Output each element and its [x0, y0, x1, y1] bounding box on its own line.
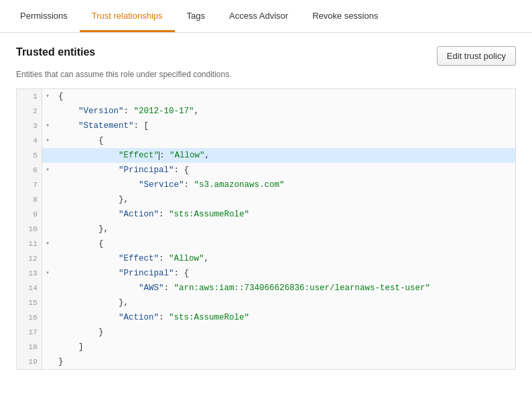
line-toggle-12 [42, 251, 53, 266]
line-toggle-19 [42, 354, 53, 369]
line-toggle-17 [42, 325, 53, 340]
line-toggle-11[interactable]: ▾ [42, 237, 53, 251]
code-line-2[interactable]: 2 "Version": "2012-10-17", [17, 104, 515, 119]
line-toggle-13[interactable]: ▾ [42, 266, 53, 281]
line-content-10: }, [53, 222, 515, 237]
line-number-7: 7 [17, 178, 42, 192]
tab-trust-relationships[interactable]: Trust relationships [80, 0, 175, 32]
line-toggle-2 [42, 104, 53, 119]
panel-header: Trusted entities Edit trust policy [16, 46, 516, 66]
code-line-1[interactable]: 1▾{ [17, 89, 515, 104]
tab-permissions[interactable]: Permissions [8, 0, 80, 32]
line-number-3: 3 [17, 119, 42, 133]
line-number-8: 8 [17, 192, 42, 207]
line-content-5: "Effect": "Allow", [53, 148, 515, 163]
code-line-13[interactable]: 13▾ "Principal": { [17, 266, 515, 281]
line-content-9: "Action": "sts:AssumeRole" [53, 207, 515, 222]
line-content-15: }, [53, 295, 515, 310]
line-number-17: 17 [17, 325, 42, 340]
line-toggle-18 [42, 340, 53, 354]
line-number-13: 13 [17, 266, 42, 281]
line-number-16: 16 [17, 310, 42, 325]
line-number-11: 11 [17, 237, 42, 251]
code-line-14[interactable]: 14 "AWS": "arn:aws:iam::734066626836:use… [17, 281, 515, 295]
line-toggle-15 [42, 295, 53, 310]
code-line-17[interactable]: 17 } [17, 325, 515, 340]
line-content-12: "Effect": "Allow", [53, 251, 515, 266]
line-number-1: 1 [17, 89, 42, 104]
line-number-18: 18 [17, 340, 42, 354]
line-toggle-1[interactable]: ▾ [42, 89, 53, 104]
code-line-5[interactable]: 5 "Effect": "Allow", [17, 148, 515, 163]
line-content-16: "Action": "sts:AssumeRole" [53, 310, 515, 325]
edit-trust-policy-button[interactable]: Edit trust policy [437, 46, 516, 66]
line-content-11: { [53, 237, 515, 251]
line-toggle-3[interactable]: ▾ [42, 119, 53, 133]
code-line-6[interactable]: 6▾ "Principal": { [17, 163, 515, 178]
line-content-8: }, [53, 192, 515, 207]
line-toggle-8 [42, 192, 53, 207]
panel-description: Entities that can assume this role under… [16, 70, 516, 79]
line-content-2: "Version": "2012-10-17", [53, 104, 515, 119]
code-line-19[interactable]: 19} [17, 354, 515, 369]
code-line-16[interactable]: 16 "Action": "sts:AssumeRole" [17, 310, 515, 325]
code-line-9[interactable]: 9 "Action": "sts:AssumeRole" [17, 207, 515, 222]
code-line-7[interactable]: 7 "Service": "s3.amazonaws.com" [17, 178, 515, 192]
line-content-18: ] [53, 340, 515, 354]
line-toggle-9 [42, 207, 53, 222]
line-number-2: 2 [17, 104, 42, 119]
line-number-6: 6 [17, 163, 42, 178]
line-number-19: 19 [17, 354, 42, 369]
code-line-3[interactable]: 3▾ "Statement": [ [17, 119, 515, 133]
tabs-bar: Permissions Trust relationships Tags Acc… [0, 0, 532, 33]
tab-tags[interactable]: Tags [175, 0, 217, 32]
line-toggle-7 [42, 178, 53, 192]
code-line-10[interactable]: 10 }, [17, 222, 515, 237]
text-cursor [159, 151, 159, 160]
line-number-5: 5 [17, 148, 42, 163]
code-line-12[interactable]: 12 "Effect": "Allow", [17, 251, 515, 266]
line-number-10: 10 [17, 222, 42, 237]
panel-title-group: Trusted entities [16, 46, 95, 58]
code-line-15[interactable]: 15 }, [17, 295, 515, 310]
line-content-3: "Statement": [ [53, 119, 515, 133]
line-content-13: "Principal": { [53, 266, 515, 281]
panel-title: Trusted entities [16, 46, 95, 58]
line-number-4: 4 [17, 133, 42, 148]
line-content-6: "Principal": { [53, 163, 515, 178]
line-toggle-6[interactable]: ▾ [42, 163, 53, 178]
tab-revoke-sessions[interactable]: Revoke sessions [300, 0, 390, 32]
line-content-4: { [53, 133, 515, 148]
line-number-15: 15 [17, 295, 42, 310]
code-line-8[interactable]: 8 }, [17, 192, 515, 207]
code-editor[interactable]: 1▾{2 "Version": "2012-10-17",3▾ "Stateme… [16, 88, 516, 370]
line-content-14: "AWS": "arn:aws:iam::734066626836:user/l… [53, 281, 515, 295]
line-toggle-14 [42, 281, 53, 295]
line-toggle-16 [42, 310, 53, 325]
tab-access-advisor[interactable]: Access Advisor [217, 0, 300, 32]
line-content-7: "Service": "s3.amazonaws.com" [53, 178, 515, 192]
line-number-12: 12 [17, 251, 42, 266]
line-toggle-5 [42, 148, 53, 163]
code-line-4[interactable]: 4▾ { [17, 133, 515, 148]
line-content-1: { [53, 89, 515, 104]
line-toggle-4[interactable]: ▾ [42, 133, 53, 148]
line-content-17: } [53, 325, 515, 340]
code-line-11[interactable]: 11▾ { [17, 237, 515, 251]
line-toggle-10 [42, 222, 53, 237]
code-line-18[interactable]: 18 ] [17, 340, 515, 354]
line-content-19: } [53, 354, 515, 369]
line-number-14: 14 [17, 281, 42, 295]
line-number-9: 9 [17, 207, 42, 222]
main-content: Trusted entities Edit trust policy Entit… [0, 33, 532, 370]
